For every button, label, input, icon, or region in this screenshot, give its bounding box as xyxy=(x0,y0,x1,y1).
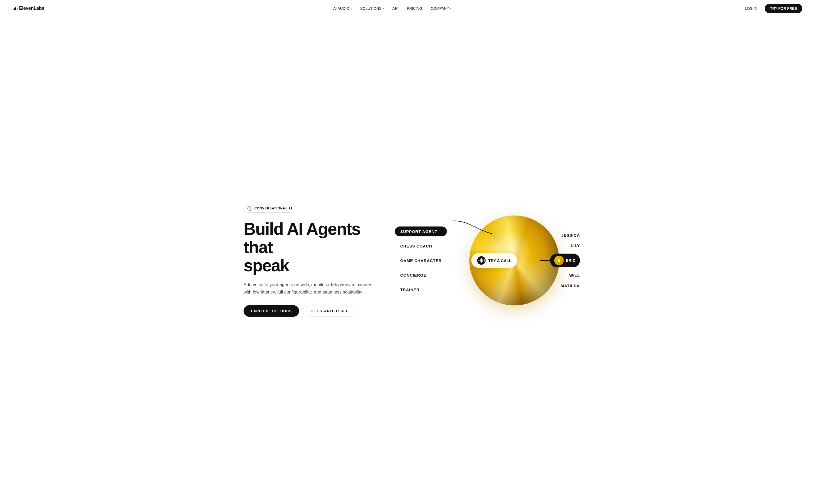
voice-jessica[interactable]: JESSICA xyxy=(550,233,580,237)
agent-list: SUPPORT AGENT CHESS COACH GAME CHARACTER… xyxy=(395,227,447,295)
try-free-button[interactable]: TRY FOR FREE xyxy=(765,4,802,13)
nav-solutions[interactable]: SOLUTIONS ▾ xyxy=(360,6,384,11)
voice-lily[interactable]: LILY xyxy=(550,243,580,248)
try-call-button[interactable]: TRY A CALL xyxy=(471,253,517,268)
chevron-down-icon: ▾ xyxy=(450,7,451,10)
hero-title: Build AI Agents that speak xyxy=(244,220,392,275)
nav-company[interactable]: COMPANY ▾ xyxy=(431,6,452,11)
hero-description: Add voice to your agents on web, mobile … xyxy=(244,281,376,295)
eric-avatar: E xyxy=(554,256,564,265)
hero-badge: ⟳ CONVERSATIONAL AI xyxy=(244,204,296,213)
eric-active-pill: E ERIC xyxy=(550,254,580,267)
get-started-button[interactable]: GET STARTED FREE xyxy=(303,305,356,317)
voice-matilda[interactable]: MATILDA xyxy=(550,283,580,288)
logo-icon xyxy=(13,7,17,10)
voice-will[interactable]: WILL xyxy=(550,273,580,278)
soundwave-icon xyxy=(477,256,486,265)
nav-links: AI AUDIO ▾ SOLUTIONS ▾ API PRICING COMPA… xyxy=(333,6,451,11)
agent-concierge[interactable]: CONCIERGE xyxy=(395,270,447,280)
nav-pricing[interactable]: PRICING xyxy=(407,6,422,11)
chevron-down-icon: ▾ xyxy=(383,7,384,10)
agent-chess-coach[interactable]: CHESS COACH xyxy=(395,241,447,251)
soundwave-bars xyxy=(478,258,484,263)
hero-cta-buttons: EXPLORE THE DOCS GET STARTED FREE xyxy=(244,305,392,317)
agent-trainer[interactable]: TRAINER xyxy=(395,285,447,295)
voice-list: JESSICA LILY E ERIC WILL MATILDA xyxy=(550,233,580,288)
voice-eric[interactable]: E ERIC xyxy=(550,254,580,267)
explore-docs-button[interactable]: EXPLORE THE DOCS xyxy=(244,305,299,317)
hero-section: ⟳ CONVERSATIONAL AI Build AI Agents that… xyxy=(222,17,593,504)
agent-support-agent[interactable]: SUPPORT AGENT xyxy=(395,227,447,236)
login-button[interactable]: LOG IN xyxy=(741,4,762,13)
logo-text: ElevenLabs xyxy=(19,6,44,11)
chevron-down-icon: ▾ xyxy=(350,7,352,10)
hero-diagram: SUPPORT AGENT CHESS COACH GAME CHARACTER… xyxy=(395,194,580,327)
agent-game-character[interactable]: GAME CHARACTER xyxy=(395,256,447,265)
logo[interactable]: ElevenLabs xyxy=(13,6,44,11)
badge-icon: ⟳ xyxy=(248,206,252,211)
nav-actions: LOG IN TRY FOR FREE xyxy=(741,4,802,13)
nav-api[interactable]: API xyxy=(392,6,399,11)
nav-ai-audio[interactable]: AI AUDIO ▾ xyxy=(333,6,352,11)
navbar: ElevenLabs AI AUDIO ▾ SOLUTIONS ▾ API PR… xyxy=(0,0,815,17)
connector-svg xyxy=(453,221,493,237)
hero-left: ⟳ CONVERSATIONAL AI Build AI Agents that… xyxy=(244,204,392,317)
